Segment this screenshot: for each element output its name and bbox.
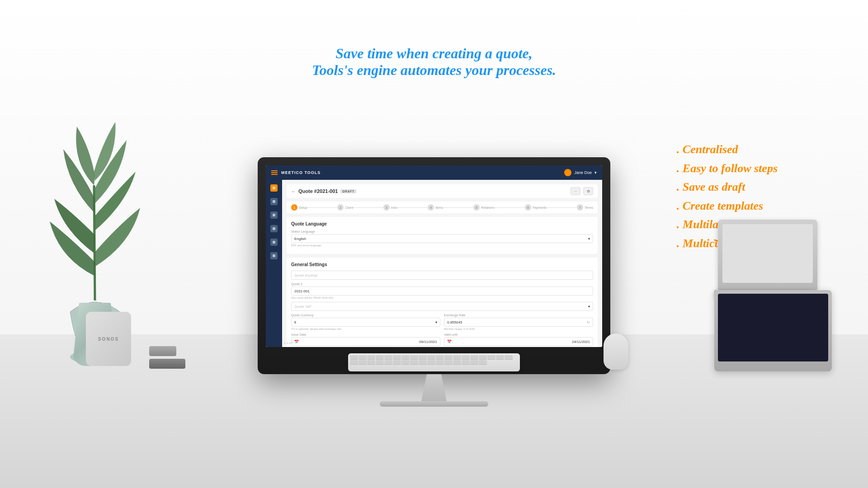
ham-line-2 — [271, 172, 278, 173]
ham-line-1 — [271, 170, 278, 171]
sidebar-icon-grid[interactable] — [270, 184, 278, 192]
step-payments[interactable]: 6 Payments — [525, 204, 547, 211]
step-label-setup: Setup — [299, 206, 307, 209]
quote-num-group: Quote # 2021-001 Doc name will be: PROP-… — [291, 282, 593, 299]
step-num-4: 4 — [428, 204, 434, 211]
vat-chevron-icon: ▾ — [588, 305, 590, 309]
exchange-input[interactable]: 0.855045 ↻ — [444, 318, 593, 327]
sidebar-icon-person[interactable] — [270, 239, 278, 246]
feature-draft: . Save as draft — [677, 178, 778, 197]
refresh-icon[interactable]: ↻ — [587, 320, 590, 324]
users-icon — [273, 214, 275, 216]
issue-date-col: Issue Date 📅 09/11/2021 — [291, 333, 440, 346]
step-line-4 — [443, 207, 473, 208]
sidebar-icon-doc[interactable] — [270, 198, 278, 205]
doc-name-note: Doc name will be: PROP-2021-001 — [291, 296, 593, 299]
language-form-group: Select Language English ▾ PDF and terms … — [291, 230, 593, 247]
imac-stand — [416, 374, 452, 401]
vat-placeholder: Quote VAT — [294, 305, 311, 309]
laptop-right — [714, 290, 832, 371]
step-label-items: Items — [435, 206, 443, 209]
sidebar-icon-users[interactable] — [270, 211, 278, 219]
step-line-1 — [307, 207, 337, 208]
language-select[interactable]: English ▾ — [291, 234, 593, 243]
back-arrow[interactable]: ← — [291, 189, 296, 194]
key — [436, 360, 444, 365]
key — [359, 360, 367, 365]
valid-value: 24/11/2021 — [572, 340, 590, 344]
excerpt-placeholder: Quote Excerpt — [294, 273, 317, 277]
language-chevron-icon: ▾ — [588, 237, 590, 241]
more-options-button[interactable]: ··· — [571, 187, 580, 195]
grid-icon — [273, 187, 275, 189]
app-name: MEETICO TOOLS — [281, 170, 321, 175]
quote-num-input[interactable]: 2021-001 — [291, 286, 593, 296]
user-name: Jane Doe — [574, 170, 592, 175]
key — [393, 355, 401, 360]
app-ui: MEETICO TOOLS Jane Doe ▾ — [266, 165, 602, 347]
version-tag: v. 1.177 — [284, 342, 293, 344]
language-section: Quote Language Select Language English ▾… — [287, 217, 598, 254]
step-num-5: 5 — [473, 204, 480, 211]
sidebar-icon-lock[interactable] — [270, 225, 278, 232]
step-num-3: 3 — [383, 204, 390, 211]
step-num-6: 6 — [525, 204, 531, 211]
step-line-2 — [353, 207, 383, 208]
excerpt-input[interactable]: Quote Excerpt — [291, 271, 593, 280]
imac-screen-outer: MEETICO TOOLS Jane Doe ▾ — [258, 157, 610, 374]
key — [393, 360, 401, 365]
key — [350, 355, 358, 360]
key — [401, 360, 410, 365]
vat-group: Quote VAT ▾ — [291, 302, 593, 311]
step-items[interactable]: 4 Items — [428, 204, 443, 211]
currency-chevron-icon: ▾ — [435, 320, 437, 324]
quote-title-area: ← Quote #2021-001 DRAFT — [291, 188, 356, 194]
step-intro[interactable]: 3 Intro — [383, 204, 397, 211]
key — [436, 355, 444, 360]
key — [470, 360, 478, 365]
key — [444, 360, 453, 365]
key — [359, 355, 367, 360]
step-client[interactable]: 2 Client — [337, 204, 353, 211]
keyboard — [348, 353, 520, 371]
currency-note: If € is selected, please add exchange ra… — [291, 328, 440, 330]
step-line-3 — [397, 207, 428, 208]
keyboard-keys — [348, 353, 520, 366]
imac-screen-inner: MEETICO TOOLS Jane Doe ▾ — [266, 165, 602, 347]
issue-label: Issue Date — [291, 333, 440, 336]
key — [453, 355, 461, 360]
valid-label: Valid until — [444, 333, 593, 336]
exchange-note: Monthly Usage: 0 of 1000 — [444, 328, 593, 330]
steps-bar: 1 Setup 2 Client 3 Intro — [287, 202, 598, 213]
dates-row: Issue Date 📅 09/11/2021 Valid until — [291, 333, 593, 346]
step-terms[interactable]: 7 Terms — [577, 204, 593, 211]
step-retainers[interactable]: 5 Retainers — [473, 204, 495, 211]
exchange-label: Exchange Rate — [444, 314, 593, 317]
valid-date-col: Valid until 📅 24/11/2021 — [444, 333, 593, 346]
currency-row: Quote Currency € ▾ If € is selected, ple… — [291, 314, 593, 330]
key — [384, 360, 392, 365]
settings-button[interactable]: ⚙ — [583, 187, 593, 195]
vat-select[interactable]: Quote VAT ▾ — [291, 302, 593, 311]
issue-date-input[interactable]: 📅 09/11/2021 — [291, 337, 440, 346]
general-section-title: General Settings — [291, 262, 593, 267]
app-sidebar — [266, 180, 282, 347]
quote-header: ← Quote #2021-001 DRAFT ··· ⚙ — [287, 184, 598, 198]
sidebar-icon-settings[interactable] — [270, 252, 278, 259]
hamburger-icon[interactable] — [271, 170, 278, 175]
currency-select[interactable]: € ▾ — [291, 318, 440, 327]
laptop-screen — [718, 294, 828, 361]
app-body: ← Quote #2021-001 DRAFT ··· ⚙ — [266, 180, 602, 347]
calendar-icon-1: 📅 — [294, 340, 299, 344]
top-nav: MEETICO TOOLS Jane Doe ▾ — [266, 165, 602, 180]
feature-centralised: . Centralised — [677, 140, 778, 159]
key — [367, 355, 375, 360]
key — [453, 360, 461, 365]
settings-icon — [273, 254, 275, 257]
step-num-7: 7 — [577, 204, 583, 211]
key — [350, 360, 358, 365]
valid-date-input[interactable]: 📅 24/11/2021 — [444, 337, 593, 346]
feature-templates: . Create templates — [677, 197, 778, 216]
step-setup[interactable]: 1 Setup — [291, 204, 307, 211]
person-icon — [273, 241, 275, 244]
